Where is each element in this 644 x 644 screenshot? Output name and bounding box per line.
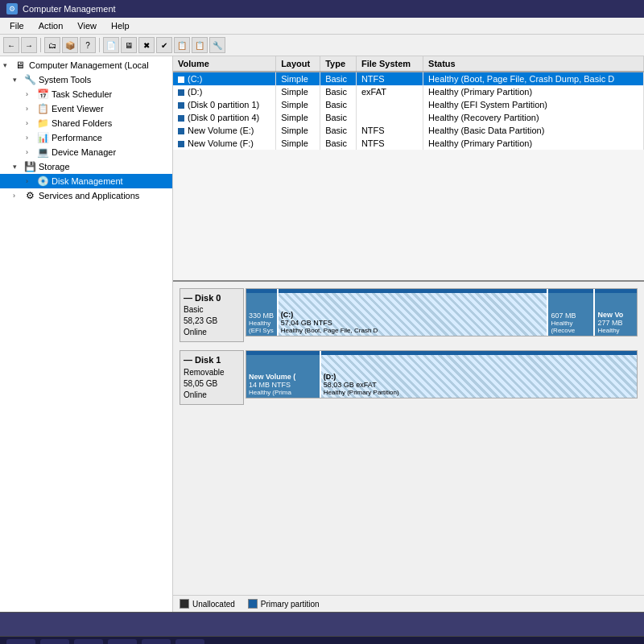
volume-status-5: Healthy (Primary Partition)	[423, 137, 644, 150]
volume-row-2[interactable]: (Disk 0 partition 1)SimpleBasicHealthy (…	[173, 98, 644, 111]
paste-button[interactable]: 📋	[192, 37, 208, 53]
expand-icon-shared-folders: ›	[26, 119, 34, 127]
expand-icon-disk-management: ›	[26, 177, 34, 185]
sidebar-item-shared-folders[interactable]: ›📁Shared Folders	[0, 116, 172, 130]
partition-detail-disk0-1: Healthy (Boot, Page File, Crash D	[281, 327, 545, 334]
volume-name-3: (Disk 0 partition 4)	[173, 111, 276, 124]
disk-info-disk0: — Disk 0Basic58,23 GBOnline	[180, 288, 244, 342]
sidebar-item-computer-management[interactable]: ▾🖥Computer Management (Local	[0, 58, 172, 72]
task-view-button[interactable]: ⬚	[74, 639, 103, 645]
volume-layout-3: Simple	[276, 111, 320, 124]
partition-disk0-1[interactable]: (C:)57,04 GB NTFSHealthy (Boot, Page Fil…	[279, 289, 549, 336]
volume-indicator-2	[178, 102, 184, 109]
partition-size-disk0-1: 57,04 GB NTFS	[281, 319, 545, 327]
volume-type-3: Basic	[320, 111, 357, 124]
sidebar-item-disk-management[interactable]: ›💿Disk Management	[0, 174, 172, 188]
sidebar-item-services-apps[interactable]: ›⚙Services and Applications	[0, 188, 172, 203]
volume-row-0[interactable]: (C:)SimpleBasicNTFSHealthy (Boot, Page F…	[173, 72, 644, 85]
partition-detail-disk1-0: Healthy (Prima	[249, 389, 317, 396]
volume-row-1[interactable]: (D:)SimpleBasicexFATHealthy (Primary Par…	[173, 85, 644, 98]
disk-size-disk0: 58,23 GB	[184, 316, 240, 327]
column-header-type[interactable]: Type	[320, 56, 357, 72]
sidebar-item-system-tools[interactable]: ▾🔧System Tools	[0, 72, 172, 87]
volume-name-4: New Volume (E:)	[173, 124, 276, 137]
partition-size-disk0-0: 330 MB	[249, 312, 275, 320]
copy-button[interactable]: 📋	[174, 37, 190, 53]
properties-button[interactable]: 📄	[103, 37, 119, 53]
app-icon: ⚙	[6, 3, 18, 14]
delete-button[interactable]: ✖	[138, 37, 155, 53]
menu-item-file[interactable]: File	[3, 19, 31, 32]
forward-button[interactable]: →	[21, 37, 37, 53]
item-icon-task-scheduler: 📅	[36, 89, 49, 100]
volume-row-3[interactable]: (Disk 0 partition 4)SimpleBasicHealthy (…	[173, 111, 644, 124]
status-bar	[0, 612, 644, 636]
expand-icon-task-scheduler: ›	[26, 90, 34, 98]
toolbar-separator-2	[99, 38, 100, 52]
item-icon-device-manager: 💻	[36, 147, 49, 158]
partition-label-disk0-3: New Vo	[597, 311, 634, 319]
disk-row-disk1: — Disk 1Removable58,05 GBOnlineNew Volum…	[180, 350, 638, 404]
column-header-volume[interactable]: Volume	[173, 56, 276, 72]
store-taskbar-button[interactable]: 🛒	[175, 639, 204, 645]
partition-disk0-2[interactable]: 607 MBHealthy (Recove	[548, 289, 595, 336]
volume-layout-4: Simple	[276, 124, 320, 137]
expand-icon-device-manager: ›	[26, 148, 34, 156]
item-icon-event-viewer: 📋	[36, 103, 49, 114]
volume-type-4: Basic	[320, 124, 357, 137]
sidebar-item-task-scheduler[interactable]: ›📅Task Scheduler	[0, 87, 172, 101]
volume-row-4[interactable]: New Volume (E:)SimpleBasicNTFSHealthy (B…	[173, 124, 644, 137]
menu-item-action[interactable]: Action	[32, 19, 70, 32]
partition-disk0-0[interactable]: 330 MBHealthy (EFI Sys	[246, 289, 279, 336]
partition-disk1-0[interactable]: New Volume (14 MB NTFSHealthy (Prima	[246, 351, 321, 398]
folder-taskbar-button[interactable]: 📁	[142, 639, 171, 645]
partition-disk1-1[interactable]: (D:)58,03 GB exFATHealthy (Primary Parti…	[321, 351, 637, 398]
help-button[interactable]: ?	[80, 37, 96, 53]
column-header-file-system[interactable]: File System	[356, 56, 423, 72]
expand-icon-system-tools: ▾	[13, 76, 21, 84]
item-label-task-scheduler: Task Scheduler	[52, 89, 112, 99]
partition-header-disk0-2	[548, 289, 593, 293]
disk-row-disk0: — Disk 0Basic58,23 GBOnline330 MBHealthy…	[180, 288, 638, 342]
volume-fs-1: exFAT	[356, 85, 423, 98]
menu-item-view[interactable]: View	[71, 19, 103, 32]
item-label-disk-management: Disk Management	[52, 176, 123, 186]
volume-fs-4: NTFS	[356, 124, 423, 137]
legend-item-0: Unallocated	[180, 599, 235, 609]
volume-name-2: (Disk 0 partition 1)	[173, 98, 276, 111]
volume-table-container: VolumeLayoutTypeFile SystemStatus (C:)Si…	[173, 56, 644, 282]
computer-button[interactable]: 🖥	[121, 37, 137, 53]
manage-button[interactable]: 📦	[62, 37, 78, 53]
legend-item-1: Primary partition	[248, 599, 320, 609]
item-icon-computer-management: 🖥	[14, 60, 27, 71]
disk-type-disk0: Basic	[184, 304, 240, 316]
show-home-button[interactable]: 🗂	[44, 37, 60, 53]
partition-disk0-3[interactable]: New Vo277 MBHealthy	[595, 289, 637, 336]
confirm-button[interactable]: ✔	[156, 37, 172, 53]
column-header-status[interactable]: Status	[423, 56, 644, 72]
sidebar-item-event-viewer[interactable]: ›📋Event Viewer	[0, 101, 172, 116]
expand-icon-event-viewer: ›	[26, 105, 34, 113]
back-button[interactable]: ←	[3, 37, 19, 53]
tools-button[interactable]: 🔧	[209, 37, 225, 53]
expand-icon-performance: ›	[26, 134, 34, 142]
volume-status-1: Healthy (Primary Partition)	[423, 85, 644, 98]
search-taskbar-button[interactable]: 🔍	[40, 639, 69, 645]
volume-row-5[interactable]: New Volume (F:)SimpleBasicNTFSHealthy (P…	[173, 137, 644, 150]
sidebar-item-performance[interactable]: ›📊Performance	[0, 130, 172, 145]
volume-status-3: Healthy (Recovery Partition)	[423, 111, 644, 124]
column-header-layout[interactable]: Layout	[276, 56, 320, 72]
partition-size-disk1-1: 58,03 GB exFAT	[324, 381, 634, 389]
partition-label-disk0-1: (C:)	[281, 311, 545, 319]
volume-type-1: Basic	[320, 85, 357, 98]
start-button[interactable]: ⊞	[6, 639, 35, 645]
sidebar-item-device-manager[interactable]: ›💻Device Manager	[0, 145, 172, 159]
edge-taskbar-button[interactable]: 🌐	[108, 639, 137, 645]
volume-indicator-5	[178, 141, 184, 147]
volume-layout-2: Simple	[276, 98, 320, 111]
menu-item-help[interactable]: Help	[105, 19, 136, 32]
partition-size-disk1-0: 14 MB NTFS	[249, 381, 317, 389]
item-icon-shared-folders: 📁	[36, 118, 49, 129]
disk-partitions-disk1: New Volume (14 MB NTFSHealthy (Prima(D:)…	[246, 350, 638, 398]
sidebar-item-storage[interactable]: ▾💾Storage	[0, 159, 172, 174]
